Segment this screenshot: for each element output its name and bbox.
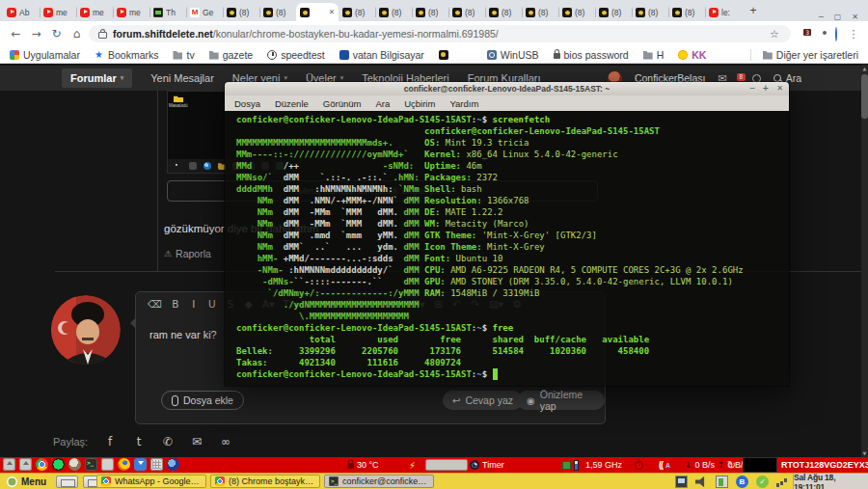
files-icon[interactable] — [101, 458, 114, 471]
reload-icon[interactable]: ↻ — [48, 27, 65, 41]
scroll-down-icon[interactable]: ▼ — [861, 450, 868, 456]
gimp-icon[interactable] — [68, 458, 81, 471]
preview-button[interactable]: ◉ Önizleme yap — [517, 391, 605, 410]
terminal-menu-item[interactable]: Yardım — [449, 98, 478, 109]
usb-eject-icon[interactable] — [3, 458, 15, 471]
bookmark-item[interactable]: WinUSB — [487, 49, 539, 61]
network-tray-icon[interactable] — [776, 475, 789, 488]
browser-tab[interactable]: (8) — [375, 3, 412, 21]
disk-temp-applet[interactable]: RTOTJ128VGD2EYX34 °C — [781, 457, 868, 473]
bookmark-star-icon[interactable]: ☆ — [768, 28, 781, 41]
calculator-icon[interactable] — [150, 458, 163, 471]
browser-tab[interactable]: (8) — [223, 3, 259, 21]
reply-user-avatar[interactable] — [51, 295, 121, 365]
forward-icon[interactable]: → — [28, 27, 44, 41]
browser-tab[interactable]: (8) — [412, 3, 448, 21]
terminal-icon[interactable] — [85, 458, 97, 471]
back-icon[interactable]: ← — [8, 27, 24, 41]
temp-applet[interactable]: 30 °C — [347, 457, 379, 473]
terminal-titlebar[interactable]: conficker@conficker-Lenovo-IdeaPad-S145-… — [225, 82, 789, 95]
underline-icon[interactable]: U — [207, 298, 217, 310]
new-tab-button[interactable]: + — [746, 3, 761, 18]
post-reply-button[interactable]: ↩ Cevap yaz — [443, 391, 523, 410]
browser-tab[interactable]: (8) — [595, 3, 632, 21]
terminal-body[interactable]: conficker@conficker-Lenovo-IdeaPad-S145-… — [225, 111, 789, 386]
forum-nav-item[interactable]: Yeni Mesajlar — [150, 72, 214, 84]
taskbar-window-button[interactable]: conficker@conficker-L... — [324, 475, 434, 488]
facebook-icon[interactable]: f — [103, 435, 117, 448]
system-monitor-graph[interactable] — [743, 457, 777, 473]
bookmark-item[interactable]: vatan Bilgisayar — [339, 49, 424, 61]
bookmark-item[interactable]: tv — [173, 49, 194, 61]
browser-tab[interactable]: (8) — [485, 3, 522, 21]
browser-tab[interactable]: (8) — [448, 3, 485, 21]
cpu-freq-applet[interactable]: 1,59 GHz — [585, 457, 622, 473]
browser-tab[interactable]: Ab — [3, 3, 40, 21]
home-icon[interactable]: ⌂ — [68, 27, 85, 41]
browser-tab[interactable]: me — [40, 3, 76, 21]
show-desktop-button[interactable] — [56, 475, 78, 488]
usb-icon[interactable] — [19, 458, 32, 471]
tab-close-icon[interactable]: ✕ — [329, 8, 335, 16]
browser-tab[interactable]: (8) — [259, 3, 296, 21]
bold-icon[interactable]: B — [171, 298, 180, 310]
browser-tab[interactable]: (8) — [558, 3, 595, 21]
clock[interactable]: Sal Ağu 18, 19:11:01 — [793, 474, 868, 489]
weather-applet[interactable]: ⚡ — [409, 457, 416, 473]
terminal-menu-item[interactable]: Uçbirim — [404, 98, 435, 109]
terminal-window[interactable]: conficker@conficker-Lenovo-IdeaPad-S145-… — [225, 82, 789, 386]
close-icon[interactable]: ✕ — [776, 82, 783, 95]
volume-tray-icon[interactable] — [695, 475, 708, 488]
bookmark-item[interactable]: Uygulamalar — [10, 49, 80, 61]
globe-extension-icon[interactable] — [829, 28, 843, 41]
browser-tab[interactable]: (8) — [668, 3, 705, 21]
twitter-icon[interactable]: t — [132, 435, 146, 448]
bluetooth-tray-icon[interactable]: B — [736, 475, 748, 488]
browser-tab[interactable]: (8) — [522, 3, 558, 21]
spotify-icon[interactable] — [52, 458, 65, 471]
browser-tab[interactable]: (8) — [632, 3, 668, 21]
terminal-menu-item[interactable]: Dosya — [234, 98, 260, 109]
browser-tab[interactable]: ✕ — [296, 3, 339, 21]
netspeed-applet[interactable]: ↓ 0 B/s ↑ 0 B/s — [685, 457, 747, 473]
italic-icon[interactable]: I — [189, 298, 199, 310]
browser-tab[interactable]: (8) — [339, 3, 375, 21]
terminal-menu-item[interactable]: Düzenle — [275, 98, 309, 109]
maximize-icon[interactable]: ▢ — [834, 13, 842, 21]
menu-button[interactable]: Menu — [2, 475, 51, 489]
thunderbird-icon[interactable] — [167, 458, 179, 471]
battery-tray-icon[interactable] — [716, 475, 728, 488]
maximize-icon[interactable]: + — [763, 82, 770, 95]
terminal-menu-item[interactable]: Görünüm — [323, 98, 362, 109]
minimize-icon[interactable]: ─ — [750, 82, 755, 95]
bookmark-item[interactable] — [463, 50, 473, 60]
address-bar[interactable]: forum.shiftdelete.net/konular/chrome-bos… — [89, 25, 791, 42]
browser-tab[interactable]: Th — [149, 3, 186, 21]
bookmark-item[interactable]: KK — [678, 49, 706, 61]
whatsapp-icon[interactable]: ✆ — [161, 435, 175, 448]
minimize-icon[interactable]: ─ — [819, 13, 824, 21]
browser-tab[interactable]: me — [113, 3, 149, 21]
bookmark-item[interactable]: gazete — [209, 49, 254, 61]
refresh-applet[interactable]: ↻ — [727, 457, 736, 473]
firefox-icon[interactable] — [118, 458, 130, 471]
editor-draft-text[interactable]: ram ne var ki? — [149, 329, 217, 340]
panel-widget[interactable] — [425, 457, 468, 473]
attach-file-button[interactable]: Dosya ekle — [161, 391, 244, 410]
scroll-up-icon[interactable]: ▲ — [861, 66, 868, 71]
link-icon[interactable]: ∞ — [219, 435, 232, 448]
bookmarks-overflow[interactable]: Diğer yer işaretleri — [750, 49, 858, 61]
bookmark-item[interactable]: ★Bookmarks — [95, 49, 159, 61]
report-link[interactable]: ⚠ Raporla — [164, 248, 211, 259]
taskbar-window-button[interactable]: (8) Chrome boştayken... — [210, 475, 320, 488]
shield-tray-icon[interactable]: ✓ — [756, 475, 769, 488]
transmission-icon[interactable] — [134, 458, 147, 471]
browser-tab[interactable]: me — [76, 3, 113, 21]
chrome-icon[interactable] — [36, 458, 48, 471]
bookmark-item[interactable]: bios password — [554, 49, 629, 61]
taskbar-window-button[interactable]: WhatsApp - Google C... — [96, 475, 206, 488]
bookmark-item[interactable]: speedtest — [267, 49, 325, 61]
timer-applet[interactable]: ◔ Timer — [470, 457, 504, 473]
bookmark-item[interactable] — [439, 50, 448, 60]
browser-tab[interactable]: le: — [705, 3, 742, 21]
